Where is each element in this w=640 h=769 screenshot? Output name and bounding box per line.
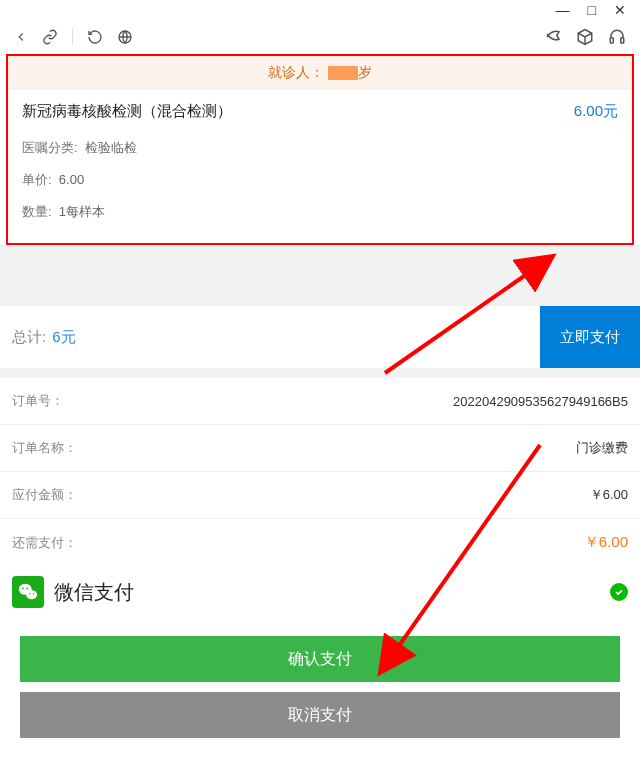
svg-point-5 — [22, 587, 24, 589]
category-value: 检验临检 — [85, 140, 137, 155]
svg-point-8 — [33, 593, 34, 594]
order-name-label: 订单名称： — [12, 439, 77, 457]
window-controls: — □ ✕ — [0, 0, 640, 20]
section-gap-2 — [0, 368, 640, 378]
order-number-label: 订单号： — [12, 392, 64, 410]
quantity-label: 数量: — [22, 204, 52, 219]
svg-point-7 — [29, 593, 30, 594]
refresh-icon[interactable] — [87, 29, 103, 45]
browser-toolbar — [0, 20, 640, 54]
toolbar-divider — [72, 29, 73, 45]
item-price: 6.00元 — [574, 102, 618, 121]
cube-icon[interactable] — [576, 28, 594, 46]
check-icon — [610, 583, 628, 601]
globe-icon[interactable] — [117, 29, 133, 45]
category-label: 医嘱分类: — [22, 140, 78, 155]
total-bar: 总计: 6元 立即支付 — [0, 305, 640, 368]
pay-now-button[interactable]: 立即支付 — [540, 306, 640, 368]
patient-label: 就诊人： — [268, 64, 324, 80]
wechat-pay-option[interactable]: 微信支付 — [0, 566, 640, 618]
unitprice-label: 单价: — [22, 172, 52, 187]
confirm-pay-button[interactable]: 确认支付 — [20, 636, 620, 682]
minimize-icon[interactable]: — — [556, 2, 570, 18]
patient-suffix: 岁 — [358, 64, 372, 80]
cancel-pay-button[interactable]: 取消支付 — [20, 692, 620, 738]
svg-point-6 — [26, 587, 28, 589]
svg-rect-1 — [610, 38, 613, 43]
total-amount: 6元 — [52, 328, 75, 347]
amount-remain-label: 还需支付： — [12, 534, 77, 552]
order-name-row: 订单名称： 门诊缴费 — [0, 425, 640, 472]
close-icon[interactable]: ✕ — [614, 2, 626, 18]
order-number-value: 2022042909535627949166B5 — [453, 394, 628, 409]
amount-due-value: ￥6.00 — [590, 486, 628, 504]
share-icon[interactable] — [544, 28, 562, 46]
order-item-panel: 就诊人： 岁 新冠病毒核酸检测（混合检测） 6.00元 医嘱分类: 检验临检 单… — [6, 54, 634, 245]
svg-point-4 — [26, 590, 37, 599]
maximize-icon[interactable]: □ — [588, 2, 596, 18]
wechat-pay-label: 微信支付 — [54, 579, 600, 606]
amount-remain-value: ￥6.00 — [584, 533, 628, 552]
unitprice-value: 6.00 — [59, 172, 84, 187]
item-name: 新冠病毒核酸检测（混合检测） — [22, 102, 232, 121]
svg-rect-2 — [621, 38, 624, 43]
amount-due-label: 应付金额： — [12, 486, 77, 504]
order-number-row: 订单号： 2022042909535627949166B5 — [0, 378, 640, 425]
quantity-value: 1每样本 — [59, 204, 105, 219]
amount-due-row: 应付金额： ￥6.00 — [0, 472, 640, 519]
link-icon[interactable] — [42, 29, 58, 45]
total-label: 总计: — [12, 328, 46, 347]
amount-remain-row: 还需支付： ￥6.00 — [0, 519, 640, 566]
section-gap — [0, 245, 640, 305]
action-buttons: 确认支付 取消支付 — [0, 618, 640, 752]
headset-icon[interactable] — [608, 28, 626, 46]
wechat-icon — [12, 576, 44, 608]
patient-name-redacted — [328, 66, 358, 80]
back-icon[interactable] — [14, 30, 28, 44]
order-name-value: 门诊缴费 — [576, 439, 628, 457]
patient-banner: 就诊人： 岁 — [8, 56, 632, 90]
